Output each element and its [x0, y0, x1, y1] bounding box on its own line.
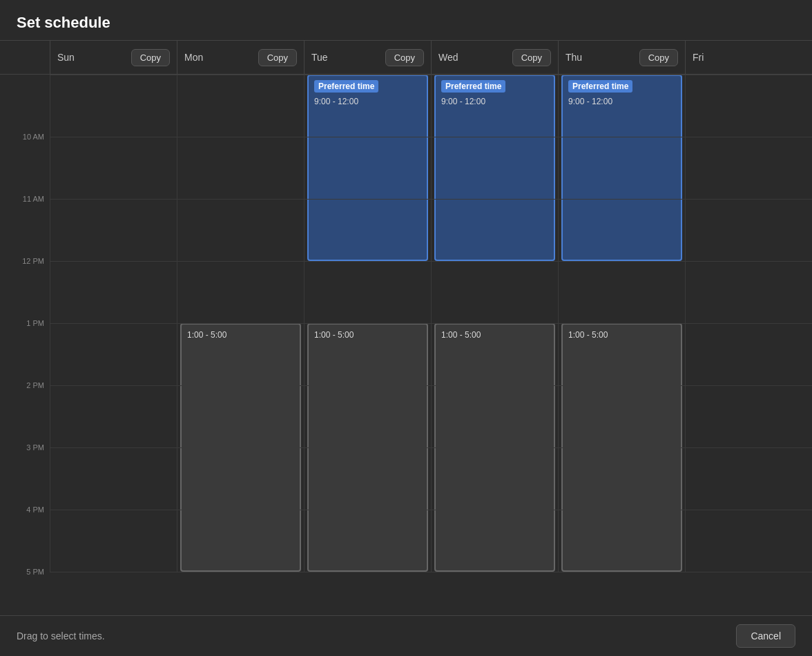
block-time-mon-regular: 1:00 - 5:00	[187, 330, 294, 340]
modal-header: Set schedule	[0, 0, 812, 41]
time-label-12pm: 12 PM	[22, 257, 44, 265]
block-time-wed-regular: 1:00 - 5:00	[441, 330, 548, 340]
day-headers: Sun Copy Mon Copy Tue Copy Wed Copy Thu …	[0, 41, 812, 75]
days-columns: 1:00 - 5:00 Preferred time 9:00 - 12:00 …	[50, 75, 812, 572]
day-column-thu[interactable]: Preferred time 9:00 - 12:00 1:00 - 5:00	[558, 75, 685, 572]
time-label-1pm: 1 PM	[26, 319, 44, 327]
footer-hint: Drag to select times.	[17, 630, 105, 641]
copy-button-wed[interactable]: Copy	[512, 49, 551, 66]
grid-area: 10 AM 11 AM 12 PM 1 PM 2 PM 3 PM 4 PM 5 …	[0, 75, 812, 615]
day-col-mon: Mon Copy	[177, 41, 304, 74]
block-time-thu-preferred: 9:00 - 12:00	[568, 97, 675, 106]
block-label-thu-preferred: Preferred time	[568, 80, 632, 93]
day-name-mon: Mon	[184, 52, 203, 63]
day-col-fri: Fri	[685, 41, 812, 74]
modal-footer: Drag to select times. Cancel	[0, 615, 812, 656]
block-time-tue-regular: 1:00 - 5:00	[314, 330, 421, 340]
block-time-tue-preferred: 9:00 - 12:00	[314, 97, 421, 106]
day-col-tue: Tue Copy	[304, 41, 431, 74]
time-block-wed-preferred[interactable]: Preferred time 9:00 - 12:00	[434, 75, 555, 261]
day-name-sun: Sun	[57, 52, 75, 63]
time-block-thu-preferred[interactable]: Preferred time 9:00 - 12:00	[561, 75, 682, 261]
day-col-sun: Sun Copy	[50, 41, 177, 74]
day-name-wed: Wed	[438, 52, 458, 63]
cancel-button[interactable]: Cancel	[736, 624, 795, 648]
day-name-tue: Tue	[311, 52, 328, 63]
block-time-wed-preferred: 9:00 - 12:00	[441, 97, 548, 106]
copy-button-sun[interactable]: Copy	[131, 49, 170, 66]
day-name-thu: Thu	[566, 52, 582, 63]
day-col-wed: Wed Copy	[431, 41, 558, 74]
day-column-mon[interactable]: 1:00 - 5:00	[177, 75, 304, 572]
time-label-2pm: 2 PM	[26, 381, 44, 389]
block-label-wed-preferred: Preferred time	[441, 80, 505, 93]
time-label-4pm: 4 PM	[26, 505, 44, 514]
time-block-mon-regular[interactable]: 1:00 - 5:00	[180, 323, 301, 572]
hour-line-8	[50, 572, 812, 572]
copy-button-mon[interactable]: Copy	[258, 49, 297, 66]
day-col-thu: Thu Copy	[558, 41, 685, 74]
schedule-grid-wrapper: 10 AM 11 AM 12 PM 1 PM 2 PM 3 PM 4 PM 5 …	[0, 75, 812, 615]
time-label-3pm: 3 PM	[26, 443, 44, 452]
time-label-5pm: 5 PM	[26, 568, 44, 576]
time-label-11am: 11 AM	[23, 195, 44, 203]
day-column-sun[interactable]	[50, 75, 177, 572]
day-name-fri: Fri	[693, 52, 704, 63]
time-block-tue-regular[interactable]: 1:00 - 5:00	[307, 323, 428, 572]
time-label-10am: 10 AM	[23, 133, 44, 141]
day-column-fri[interactable]	[685, 75, 812, 572]
day-column-tue[interactable]: Preferred time 9:00 - 12:00 1:00 - 5:00	[304, 75, 431, 572]
day-column-wed[interactable]: Preferred time 9:00 - 12:00 1:00 - 5:00	[431, 75, 558, 572]
time-gutter-header	[0, 41, 50, 74]
block-label-tue-preferred: Preferred time	[314, 80, 378, 93]
time-block-wed-regular[interactable]: 1:00 - 5:00	[434, 323, 555, 572]
block-time-thu-regular: 1:00 - 5:00	[568, 330, 675, 340]
copy-button-thu[interactable]: Copy	[639, 49, 678, 66]
time-block-thu-regular[interactable]: 1:00 - 5:00	[561, 323, 682, 572]
time-block-tue-preferred[interactable]: Preferred time 9:00 - 12:00	[307, 75, 428, 261]
time-labels: 10 AM 11 AM 12 PM 1 PM 2 PM 3 PM 4 PM 5 …	[0, 75, 50, 572]
modal-title: Set schedule	[17, 14, 795, 32]
set-schedule-modal: Set schedule Sun Copy Mon Copy Tue Copy …	[0, 0, 812, 656]
copy-button-tue[interactable]: Copy	[385, 49, 424, 66]
